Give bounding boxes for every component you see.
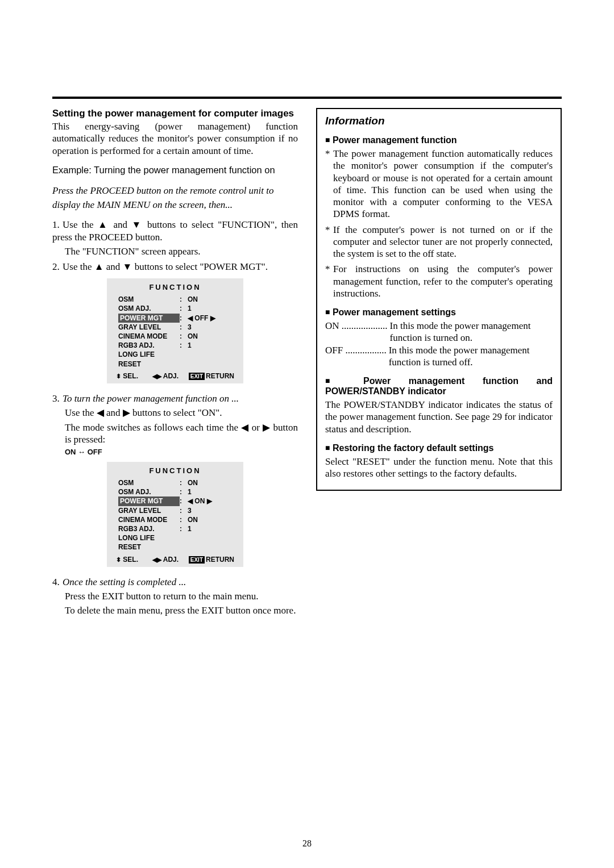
menu-row-label: OSM ADJ.: [118, 487, 180, 496]
menu-row-colon: :: [180, 295, 188, 304]
step-4b: To delete the main menu, press the EXIT …: [52, 604, 298, 616]
menu-row-colon: :: [180, 515, 188, 524]
step-4-title: Once the setting is completed ...: [63, 577, 186, 587]
menu-row-label: POWER MGT: [118, 314, 180, 323]
menu-row: CINEMA MODE:ON: [118, 332, 232, 341]
menu-row-label: OSM ADJ.: [118, 304, 180, 313]
menu-row-label: GRAY LEVEL: [118, 323, 180, 332]
menu-row: RGB3 ADJ.:1: [118, 524, 232, 533]
step-3-title: To turn the power management function on…: [63, 393, 239, 404]
info-bullet-1: *The power management function automatic…: [325, 148, 553, 220]
menu-adj: ◀▶ ADJ.: [152, 372, 184, 380]
menu-row-colon: :: [180, 487, 188, 496]
menu-row-value: ON: [188, 295, 198, 304]
menu-return-b: EXITRETURN: [189, 556, 234, 564]
menu-row-value: 1: [188, 487, 192, 496]
example-text: Example: Turning the power management fu…: [52, 165, 298, 176]
page-number: 28: [0, 838, 614, 849]
step-1: 1.Use the ▲ and ▼ buttons to select "FUN…: [52, 219, 298, 243]
menu-row: RESET: [118, 360, 232, 369]
menu-row-colon: [180, 360, 188, 369]
setting-on: ON ...................In this mode the p…: [325, 320, 553, 332]
menu-row-colon: [180, 542, 188, 552]
intro-text: This energy-saving (power management) fu…: [52, 120, 298, 157]
menu-row-colon: [180, 533, 188, 542]
menu-row-value: 1: [188, 341, 192, 350]
toggle-line: ON ↔ OFF: [52, 448, 298, 456]
menu-row: CINEMA MODE:ON: [118, 515, 232, 524]
menu-row: POWER MGT:◀ ON ▶: [118, 496, 232, 506]
menu-row-value: ON: [188, 332, 198, 341]
function-menu-on: FUNCTION OSM:ONOSM ADJ.:1POWER MGT:◀ ON …: [107, 462, 243, 567]
menu-row: RESET: [118, 542, 232, 552]
menu-row-label: RESET: [118, 360, 180, 369]
menu-return: EXITRETURN: [189, 372, 234, 380]
menu-title-b: FUNCTION: [107, 466, 243, 475]
setting-off-cont: OFF .................function is turned …: [325, 356, 553, 368]
menu-row-value: 3: [188, 506, 192, 515]
step-2: 2.Use the ▲ and ▼ buttons to select "POW…: [52, 261, 298, 273]
menu-row-label: OSM: [118, 478, 180, 487]
menu-row-label: LONG LIFE: [118, 350, 180, 359]
menu-row: LONG LIFE: [118, 350, 232, 359]
menu-row-colon: :: [180, 496, 188, 506]
step-1-text: Use the ▲ and ▼ buttons to select "FUNCT…: [52, 219, 298, 242]
menu-row: POWER MGT:◀ OFF ▶: [118, 314, 232, 323]
step-2-text: Use the ▲ and ▼ buttons to select "POWER…: [63, 261, 268, 272]
info-subhead-1: ■ Power management function: [325, 135, 553, 145]
menu-row-label: POWER MGT: [118, 496, 180, 506]
menu-row-value: ◀ ON ▶: [188, 496, 212, 506]
menu-sel: ⬍ SEL.: [116, 372, 148, 380]
menu-row-value: ◀ OFF ▶: [188, 314, 215, 323]
menu-adj-b: ◀▶ ADJ.: [152, 556, 184, 564]
menu-row: OSM:ON: [118, 478, 232, 487]
press-line-2: display the MAIN MENU on the screen, the…: [52, 199, 298, 211]
menu-row: RGB3 ADJ.:1: [118, 341, 232, 350]
step-3: 3.To turn the power management function …: [52, 393, 298, 404]
function-menu-off: FUNCTION OSM:ONOSM ADJ.:1POWER MGT:◀ OFF…: [107, 278, 243, 383]
press-line-1: Press the PROCEED button on the remote c…: [52, 185, 298, 197]
menu-row-colon: :: [180, 314, 188, 323]
menu-row: OSM ADJ.:1: [118, 487, 232, 496]
menu-row: LONG LIFE: [118, 533, 232, 542]
setting-off: OFF .................In this mode the po…: [325, 344, 553, 356]
menu-sel-b: ⬍ SEL.: [116, 556, 148, 564]
menu-row-colon: :: [180, 524, 188, 533]
info-bullet-2: *If the computer's power is not turned o…: [325, 224, 553, 260]
menu-row-colon: :: [180, 304, 188, 313]
section-heading: Setting the power management for compute…: [52, 108, 298, 119]
menu-row-colon: :: [180, 323, 188, 332]
menu-row-value: ON: [188, 478, 198, 487]
menu-row-label: OSM: [118, 295, 180, 304]
step-1-result: The "FUNCTION" screen appears.: [52, 245, 298, 257]
info-p3: The POWER/STANDBY indicator indicates th…: [325, 399, 553, 435]
menu-row-label: GRAY LEVEL: [118, 506, 180, 515]
setting-on-cont: ON ...................function is turned…: [325, 332, 553, 344]
menu-row: GRAY LEVEL:3: [118, 506, 232, 515]
info-subhead-4: ■ Restoring the factory default settings: [325, 443, 553, 453]
info-p4: Select "RESET" under the function menu. …: [325, 456, 553, 480]
menu-row-colon: :: [180, 332, 188, 341]
menu-row: GRAY LEVEL:3: [118, 323, 232, 332]
info-subhead-2: ■ Power management settings: [325, 307, 553, 318]
menu-row-label: RGB3 ADJ.: [118, 341, 180, 350]
info-title: Information: [325, 115, 553, 127]
information-box: Information ■ Power management function …: [316, 108, 562, 491]
menu-row-value: ON: [188, 515, 198, 524]
menu-row-colon: :: [180, 506, 188, 515]
info-bullet-3: *For instructions on using the computer'…: [325, 263, 553, 299]
info-subhead-3: ■ Power management function and POWER/ST…: [325, 376, 553, 397]
menu-row-value: 3: [188, 323, 192, 332]
menu-row-colon: [180, 350, 188, 359]
step-3a: Use the ◀ and ▶ buttons to select "ON".: [52, 407, 298, 419]
menu-row: OSM ADJ.:1: [118, 304, 232, 313]
step-4: 4.Once the setting is completed ...: [52, 576, 298, 588]
menu-row: OSM:ON: [118, 295, 232, 304]
menu-row-label: CINEMA MODE: [118, 332, 180, 341]
menu-row-colon: :: [180, 341, 188, 350]
menu-row-label: CINEMA MODE: [118, 515, 180, 524]
menu-row-colon: :: [180, 478, 188, 487]
menu-row-label: RGB3 ADJ.: [118, 524, 180, 533]
step-3b: The mode switches as follows each time t…: [52, 422, 298, 446]
menu-row-value: 1: [188, 304, 192, 313]
